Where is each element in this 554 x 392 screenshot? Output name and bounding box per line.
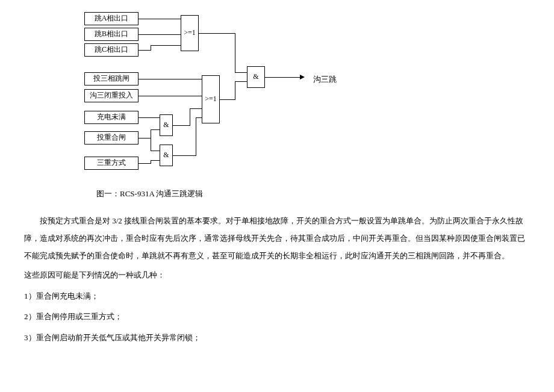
gate-label: >=1: [205, 93, 217, 106]
label: 投重合闸: [97, 131, 126, 145]
or-gate-1: >=1: [181, 15, 199, 51]
diagram-caption: 图一：RCS-931A 沟通三跳逻辑: [96, 187, 530, 201]
label: 三重方式: [97, 157, 126, 170]
input-trip-b: 跳B相出口: [84, 28, 138, 41]
text: 沟三跳: [313, 75, 337, 84]
text: 按预定方式重合是对 3/2 接线重合闸装置的基本要求。对于单相接地故障，开关的重…: [24, 216, 525, 260]
input-reclose-enable: 投重合闸: [84, 131, 138, 145]
label: 投三相跳闸: [93, 72, 129, 86]
label: 沟三闭重投入: [90, 89, 133, 102]
input-trip-c: 跳C相出口: [84, 43, 138, 57]
and-gate-final: &: [247, 66, 265, 88]
text: 3）重合闸启动前开关低气压或其他开关异常闭锁；: [24, 333, 201, 342]
input-charge-incomplete: 充电未满: [84, 111, 138, 124]
and-gate-1: &: [160, 114, 173, 136]
text: 2）重合闸停用或三重方式；: [24, 312, 122, 321]
main-paragraph: 按预定方式重合是对 3/2 接线重合闸装置的基本要求。对于单相接地故障，开关的重…: [24, 213, 530, 264]
text: 图一：RCS-931A 沟通三跳逻辑: [96, 189, 203, 198]
and-gate-2: &: [160, 145, 173, 166]
text: 1）重合闸充电未满；: [24, 291, 99, 300]
input-three-trip: 投三相跳闸: [84, 72, 138, 86]
gate-label: &: [163, 119, 169, 132]
list-intro: 这些原因可能是下列情况的一种或几种：: [24, 267, 530, 284]
gate-label: &: [253, 70, 258, 84]
label: 充电未满: [97, 111, 126, 124]
input-triple-mode: 三重方式: [84, 157, 138, 170]
list-item-1: 1）重合闸充电未满；: [24, 288, 530, 305]
output-label: 沟三跳: [313, 72, 337, 86]
text: 这些原因可能是下列情况的一种或几种：: [24, 270, 165, 279]
input-trip-a: 跳A相出口: [84, 12, 138, 25]
label: 跳A相出口: [95, 12, 129, 25]
label: 跳B相出口: [95, 28, 128, 41]
gate-label: &: [163, 149, 169, 162]
list-item-2: 2）重合闸停用或三重方式；: [24, 308, 530, 326]
logic-diagram: 跳A相出口 跳B相出口 跳C相出口 投三相跳闸 沟三闭重投入 充电未满 投重合闸…: [84, 12, 446, 181]
input-block-reclose: 沟三闭重投入: [84, 89, 138, 102]
gate-label: >=1: [184, 26, 196, 40]
list-item-3: 3）重合闸启动前开关低气压或其他开关异常闭锁；: [24, 329, 530, 347]
or-gate-2: >=1: [202, 75, 220, 123]
label: 跳C相出口: [95, 43, 128, 57]
